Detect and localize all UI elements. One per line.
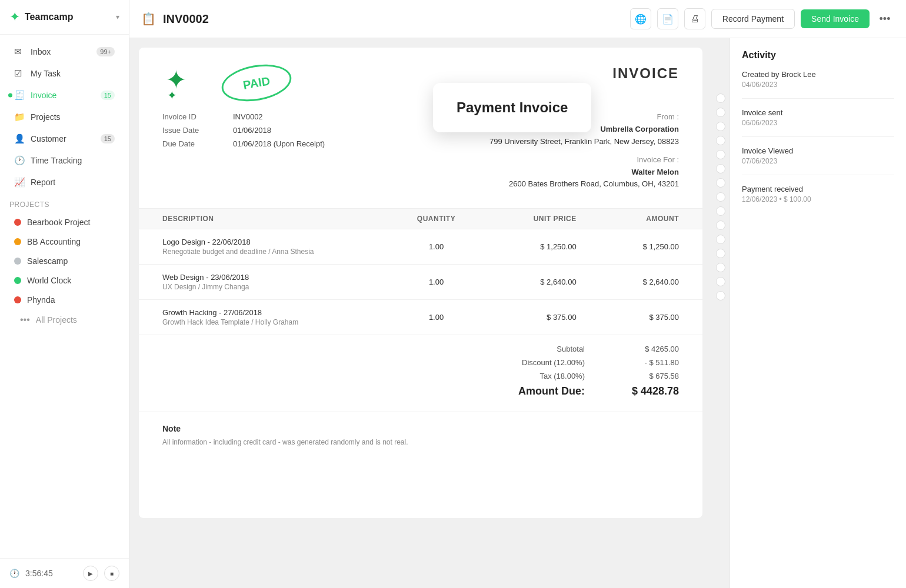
col-description: DESCRIPTION <box>139 209 384 229</box>
activity-item: Invoice sent 06/06/2023 <box>742 108 894 137</box>
copy-icon-button[interactable]: 📄 <box>657 8 678 29</box>
col-quantity: QUANTITY <box>384 209 489 229</box>
send-invoice-button[interactable]: Send Invoice <box>801 9 870 28</box>
discount-label: Discount (12.00%) <box>467 358 585 367</box>
activity-panel: Activity Created by Brock Lee 04/06/2023… <box>730 38 906 588</box>
for-client: Walter Melon 2600 Bates Brothers Road, C… <box>435 166 679 191</box>
time-tracking-icon: 🕐 <box>14 155 25 166</box>
for-label: Invoice For : <box>435 155 679 164</box>
more-options-button[interactable]: ••• <box>875 9 894 28</box>
due-date-value: 01/06/2018 (Upon Receipt) <box>233 139 325 148</box>
stop-button[interactable]: ■ <box>104 566 119 581</box>
table-cell-description: Logo Design - 22/06/2018 Renegotiate bud… <box>139 229 384 265</box>
row-indicator-dot[interactable] <box>716 93 725 103</box>
row-indicator-dot[interactable] <box>716 291 725 300</box>
row-indicator-dot[interactable] <box>716 164 725 173</box>
invoice-title-section: INVOICE <box>612 65 679 82</box>
project-item-bb-accounting[interactable]: BB Accounting <box>5 232 124 251</box>
table-cell-amount: $ 2,640.00 <box>600 265 702 300</box>
sidebar-item-label: Time Tracking <box>31 156 115 165</box>
project-item-bearbook[interactable]: Bearbook Project <box>5 213 124 232</box>
discount-row: Discount (12.00%) - $ 511.80 <box>162 358 679 367</box>
row-indicator-dot[interactable] <box>716 108 725 117</box>
invoice-meta: Invoice ID INV0002 Issue Date 01/06/2018… <box>139 112 702 208</box>
my-task-icon: ☑ <box>14 68 25 79</box>
sidebar-item-inbox[interactable]: ✉ Inbox 99+ <box>5 41 124 62</box>
col-amount: AMOUNT <box>600 209 702 229</box>
subtotal-value: $ 4265.00 <box>608 345 679 353</box>
project-label: World Clock <box>27 276 71 285</box>
table-row: Logo Design - 22/06/2018 Renegotiate bud… <box>139 229 702 265</box>
table-cell-amount: $ 1,250.00 <box>600 229 702 265</box>
activity-event: Invoice sent <box>742 108 894 117</box>
issue-date-label: Issue Date <box>162 126 221 135</box>
all-projects-item[interactable]: ••• All Projects <box>5 310 124 330</box>
sidebar-item-projects[interactable]: 📁 Projects <box>5 106 124 128</box>
row-indicator-dot[interactable] <box>716 122 725 131</box>
row-indicator-dot[interactable] <box>716 249 725 258</box>
subtotal-row: Subtotal $ 4265.00 <box>162 345 679 353</box>
project-label: Salescamp <box>27 256 68 266</box>
table-cell-unit-price: $ 1,250.00 <box>489 229 600 265</box>
meta-left: Invoice ID INV0002 Issue Date 01/06/2018… <box>162 112 418 191</box>
row-indicator-dot[interactable] <box>716 150 725 159</box>
sidebar-item-label: Projects <box>31 112 115 122</box>
invoice-id-row: Invoice ID INV0002 <box>162 112 418 121</box>
invoice-icon: 📋 <box>141 12 156 26</box>
chevron-down-icon[interactable]: ▾ <box>116 13 119 21</box>
activity-date: 12/06/2023 • $ 100.00 <box>742 195 894 203</box>
sidebar-item-invoice[interactable]: 🧾 Invoice 15 <box>5 85 124 106</box>
invoice-icon: 🧾 <box>14 90 25 101</box>
svg-text:✦: ✦ <box>167 89 177 101</box>
project-item-world-clock[interactable]: World Clock <box>5 271 124 290</box>
row-indicator-dot[interactable] <box>716 277 725 286</box>
sidebar-item-time-tracking[interactable]: 🕐 Time Tracking <box>5 150 124 171</box>
inbox-icon: ✉ <box>14 46 25 57</box>
payment-invoice-popup: Payment Invoice <box>433 83 591 132</box>
amount-due-label: Amount Due: <box>467 385 585 397</box>
row-indicator-dot[interactable] <box>716 178 725 188</box>
invoice-id-value: INV0002 <box>233 112 263 121</box>
sidebar-item-customer[interactable]: 👤 Customer 15 <box>5 128 124 149</box>
nav-badge: 99+ <box>96 47 115 56</box>
activity-item: Created by Brock Lee 04/06/2023 <box>742 70 894 99</box>
note-title: Note <box>162 424 679 433</box>
company-logo: ✦ ✦ <box>162 65 198 101</box>
table-cell-amount: $ 375.00 <box>600 300 702 335</box>
activity-date: 06/06/2023 <box>742 119 894 127</box>
due-date-label: Due Date <box>162 139 221 148</box>
record-payment-button[interactable]: Record Payment <box>711 9 795 29</box>
sidebar-item-report[interactable]: 📈 Report <box>5 172 124 193</box>
row-indicator-dot[interactable] <box>716 235 725 244</box>
sidebar-item-label: Invoice <box>31 91 101 100</box>
sidebar-item-label: Report <box>31 178 115 187</box>
nav-badge: 15 <box>101 91 115 100</box>
main-content: 📋 INV0002 🌐 📄 🖨 Record Payment Send Invo… <box>129 0 906 588</box>
current-time: 3:56:45 <box>25 569 77 578</box>
invoice-table: DESCRIPTION QUANTITY UNIT PRICE AMOUNT L… <box>139 208 702 335</box>
issue-date-value: 01/06/2018 <box>233 126 271 135</box>
invoice-title: INV0002 <box>163 12 623 26</box>
table-cell-quantity: 1.00 <box>384 265 489 300</box>
customer-icon: 👤 <box>14 133 25 144</box>
print-icon-button[interactable]: 🖨 <box>684 8 705 29</box>
amount-due-value: $ 4428.78 <box>608 385 679 397</box>
row-indicator-dot[interactable] <box>716 220 725 230</box>
globe-icon-button[interactable]: 🌐 <box>630 8 651 29</box>
row-indicator-dot[interactable] <box>716 136 725 145</box>
project-item-phynda[interactable]: Phynda <box>5 290 124 309</box>
table-cell-description: Web Design - 23/06/2018 UX Design / Jimm… <box>139 265 384 300</box>
row-indicator-dot[interactable] <box>716 263 725 272</box>
row-indicator-dot[interactable] <box>716 206 725 216</box>
project-dot <box>14 258 21 265</box>
play-button[interactable]: ▶ <box>83 566 98 581</box>
app-logo: ✦ <box>9 9 20 25</box>
sidebar-item-my-task[interactable]: ☑ My Task <box>5 63 124 84</box>
nav-badge: 15 <box>101 134 115 143</box>
project-item-salescamp[interactable]: Salescamp <box>5 252 124 270</box>
col-unit-price: UNIT PRICE <box>489 209 600 229</box>
row-indicator-dot[interactable] <box>716 192 725 202</box>
note-section: Note All information - including credit … <box>139 412 702 464</box>
tax-label: Tax (18.00%) <box>467 372 585 380</box>
invoice-heading: INVOICE <box>612 65 679 82</box>
